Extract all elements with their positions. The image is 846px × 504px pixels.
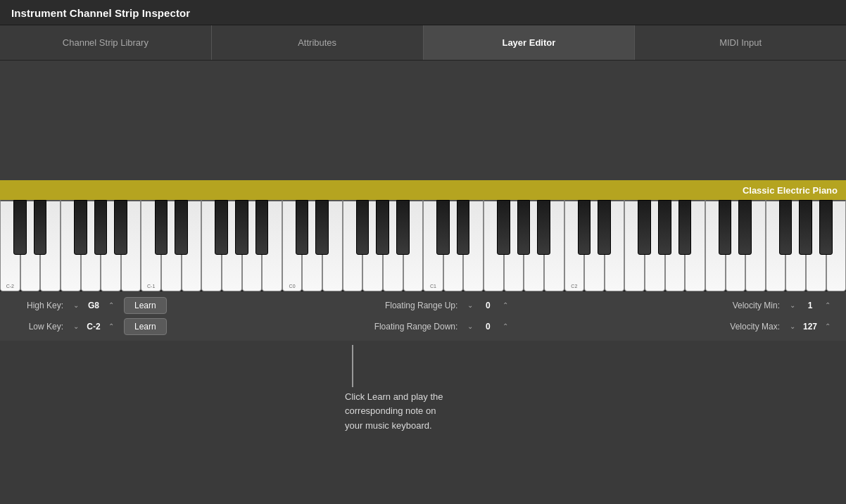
black-key-2-1[interactable] [315,200,329,255]
control-row-low-key: Low Key: ⌄ C-2 ⌃ Learn Floating Range Do… [14,318,832,335]
velocity-min-value: 1 [800,301,821,310]
black-key-5-0[interactable] [719,200,732,255]
black-key-4-3[interactable] [658,200,671,255]
velocity-min-up-btn[interactable]: ⌃ [823,302,832,309]
floating-range-up-down-btn[interactable]: ⌄ [466,302,474,309]
velocity-min-down-btn[interactable]: ⌄ [788,302,797,309]
velocity-max-down-btn[interactable]: ⌄ [788,323,797,330]
low-key-learn-button[interactable]: Learn [124,318,167,335]
black-key-1-3[interactable] [235,200,248,255]
black-key-5-4[interactable] [819,200,833,255]
black-key-3-2[interactable] [497,200,510,255]
control-row-high-key: High Key: ⌄ G8 ⌃ Learn Floating Range Up… [14,297,832,314]
velocity-max-stepper: ⌄ 127 ⌃ [788,322,832,332]
high-key-learn-button[interactable]: Learn [124,297,167,314]
black-key-2-4[interactable] [396,200,410,255]
low-key-label: Low Key: [14,322,63,332]
black-key-0-3[interactable] [94,200,108,255]
floating-range-up-value: 0 [477,301,498,310]
velocity-max-label: Velocity Max: [709,322,780,332]
floating-range-down-down-btn[interactable]: ⌄ [466,323,474,330]
velocity-max-value: 127 [800,322,821,332]
title-bar: Instrument Channel Strip Inspector [0,0,846,25]
page-title: Instrument Channel Strip Inspector [11,7,835,19]
piano-label: Classic Electric Piano [0,180,846,200]
high-key-stepper: ⌄ G8 ⌃ [72,301,115,310]
high-key-label: High Key: [14,301,63,310]
low-key-stepper: ⌄ C-2 ⌃ [72,322,115,332]
black-key-5-1[interactable] [738,200,752,255]
tab-channel-strip-library[interactable]: Channel Strip Library [0,25,212,60]
black-key-4-0[interactable] [578,200,591,255]
velocity-min-label: Velocity Min: [709,301,780,310]
controls-panel: High Key: ⌄ G8 ⌃ Learn Floating Range Up… [0,291,846,341]
tab-layer-editor[interactable]: Layer Editor [424,25,636,60]
low-key-down-btn[interactable]: ⌄ [72,323,80,330]
high-key-down-btn[interactable]: ⌄ [72,302,80,309]
black-key-0-2[interactable] [74,200,87,255]
low-key-value: C-2 [83,322,104,332]
floating-range-up-stepper: ⌄ 0 ⌃ [466,301,510,310]
black-key-3-4[interactable] [537,200,550,255]
black-key-1-2[interactable] [215,200,228,255]
high-key-value: G8 [83,301,104,310]
tab-attributes[interactable]: Attributes [212,25,424,60]
floating-range-up-up-btn[interactable]: ⌃ [501,302,510,309]
tooltip-text: Click Learn and play thecorresponding no… [345,390,443,434]
black-key-1-4[interactable] [255,200,269,255]
black-key-2-2[interactable] [356,200,370,255]
tabs-bar: Channel Strip Library Attributes Layer E… [0,25,846,61]
main-content-area [0,61,846,180]
black-key-4-2[interactable] [638,200,651,255]
black-key-2-0[interactable] [296,200,309,255]
velocity-min-stepper: ⌄ 1 ⌃ [788,301,832,310]
floating-range-up-label: Floating Range Up: [366,301,457,310]
black-key-5-3[interactable] [799,200,812,255]
black-key-5-2[interactable] [779,200,793,255]
black-key-1-0[interactable] [155,200,168,255]
low-key-up-btn[interactable]: ⌃ [107,323,115,330]
black-key-0-0[interactable] [13,200,27,255]
tooltip-line [352,345,353,387]
black-key-1-1[interactable] [175,200,188,255]
black-key-4-1[interactable] [598,200,611,255]
piano-keyboard[interactable]: C-2C-1C0C1C2 [0,200,846,291]
black-key-2-3[interactable] [376,200,389,255]
tab-midi-input[interactable]: MIDI Input [635,25,846,60]
tooltip-container: Click Learn and play thecorresponding no… [345,345,443,434]
floating-range-down-up-btn[interactable]: ⌃ [501,323,510,330]
black-key-0-1[interactable] [34,200,47,255]
black-key-3-3[interactable] [517,200,531,255]
black-key-3-0[interactable] [436,200,450,255]
velocity-max-up-btn[interactable]: ⌃ [823,323,832,330]
high-key-up-btn[interactable]: ⌃ [107,302,115,309]
floating-range-down-label: Floating Range Down: [366,322,457,332]
floating-range-down-stepper: ⌄ 0 ⌃ [466,322,510,332]
black-key-3-1[interactable] [457,200,470,255]
black-key-4-4[interactable] [678,200,692,255]
floating-range-down-value: 0 [477,322,498,332]
black-key-0-4[interactable] [114,200,127,255]
